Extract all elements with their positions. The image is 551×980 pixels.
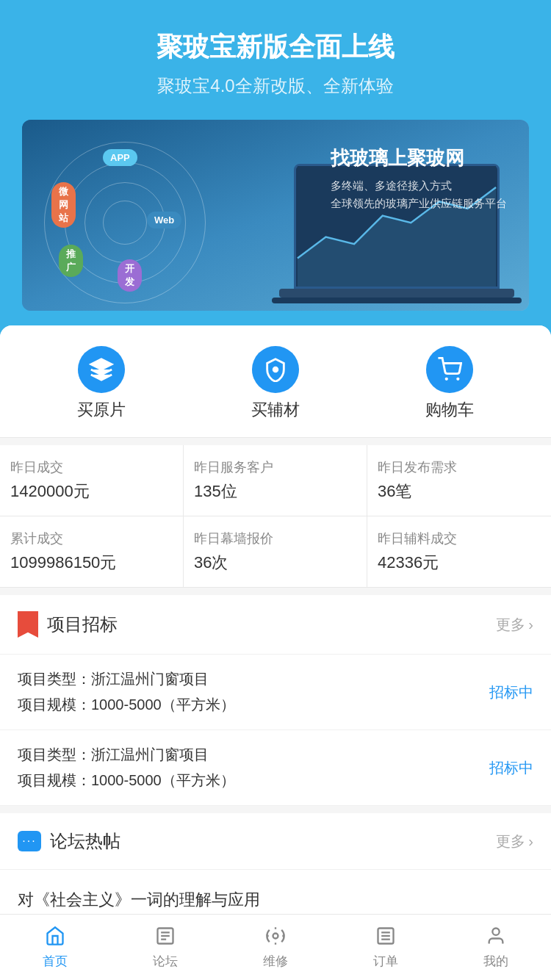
project-type-1: 项目类型：浙江温州门窗项目	[18, 745, 478, 765]
stat-label-3: 累计成交	[10, 530, 173, 547]
nav-item-order[interactable]: 订单	[331, 926, 441, 970]
svg-point-9	[273, 933, 278, 938]
project-more-button[interactable]: 更多 ›	[496, 615, 533, 635]
header-subtitle: 聚玻宝4.0全新改版、全新体验	[15, 74, 536, 98]
nav-item-forum[interactable]: 论坛	[110, 926, 220, 970]
cart-label: 购物车	[425, 399, 474, 421]
svg-point-4	[456, 378, 459, 381]
stats-grid: 昨日成交 1420000元 昨日服务客户 135位 昨日发布需求 36笔 累计成…	[0, 445, 551, 588]
forum-section-title: 论坛热帖	[50, 829, 120, 853]
nav-label-forum: 论坛	[153, 953, 178, 970]
shield-svg	[263, 357, 288, 382]
cart-icon	[426, 346, 473, 393]
forum-section-header: 论坛热帖 更多 ›	[0, 813, 551, 870]
chat-icon	[18, 831, 41, 851]
forum-chevron-right-icon: ›	[528, 833, 533, 850]
project-section-header: 项目招标 更多 ›	[0, 595, 551, 655]
badge-tuiguang: 推广	[59, 245, 83, 277]
project-scale-1: 项目规模：1000-5000（平方米）	[18, 771, 478, 790]
project-status-1: 招标中	[489, 758, 533, 778]
stat-value-3: 1099986150元	[10, 552, 173, 574]
stat-value-4: 36次	[194, 552, 356, 574]
repair-icon	[265, 926, 286, 949]
stat-cell-0: 昨日成交 1420000元	[0, 445, 184, 516]
chevron-right-icon: ›	[528, 616, 533, 633]
project-type-value-1: 浙江温州门窗项目	[91, 746, 209, 763]
project-type-label-1: 项目类型：	[18, 746, 91, 763]
profile-icon	[486, 926, 506, 949]
buy-material-label: 买辅材	[251, 399, 300, 421]
project-scale-0: 项目规模：1000-5000（平方米）	[18, 695, 478, 715]
order-svg	[375, 926, 396, 946]
banner-sub-text-2: 全球领先的玻璃产业供应链服务平台	[331, 195, 507, 212]
project-scale-label-1: 项目规模：	[18, 772, 91, 788]
stat-cell-2: 昨日发布需求 36笔	[367, 445, 551, 516]
svg-point-14	[492, 928, 499, 934]
project-item-0[interactable]: 项目类型：浙江温州门窗项目 项目规模：1000-5000（平方米） 招标中	[0, 655, 551, 730]
project-type-value-0: 浙江温州门窗项目	[91, 671, 209, 687]
project-info-1: 项目类型：浙江温州门窗项目 项目规模：1000-5000（平方米）	[18, 745, 478, 790]
nav-label-home: 首页	[43, 953, 68, 970]
laptop-base	[279, 289, 514, 298]
nav-item-home[interactable]: 首页	[0, 926, 110, 970]
order-icon	[375, 926, 396, 949]
stat-cell-4: 昨日幕墙报价 36次	[184, 516, 367, 587]
cart-svg	[437, 357, 462, 382]
laptop-foot	[272, 298, 522, 303]
banner-sub-text-1: 多终端、多途径接入方式	[331, 177, 507, 195]
action-buy-material[interactable]: 买辅材	[251, 346, 300, 421]
project-info-0: 项目类型：浙江温州门窗项目 项目规模：1000-5000（平方米）	[18, 669, 478, 715]
badge-weibo: 微网站	[51, 182, 76, 228]
project-status-0: 招标中	[489, 682, 533, 702]
banner-text: 找玻璃上聚玻网 多终端、多途径接入方式 全球领先的玻璃产业供应链服务平台	[331, 145, 507, 212]
stat-cell-5: 昨日辅料成交 42336元	[367, 516, 551, 587]
header-title: 聚玻宝新版全面上线	[15, 29, 536, 65]
banner: APP 微网站 Web 推广 开发 找玻璃上聚玻网 多终端、多途径接入方式 全球…	[22, 120, 529, 311]
project-scale-value-0: 1000-5000（平方米）	[91, 696, 235, 713]
project-more-label: 更多	[496, 615, 525, 635]
project-section-title: 项目招标	[47, 613, 118, 636]
stat-cell-3: 累计成交 1099986150元	[0, 516, 184, 587]
bottom-nav: 首页 论坛 维修	[0, 914, 551, 980]
forum-more-label: 更多	[496, 832, 525, 851]
forum-header-left: 论坛热帖	[18, 829, 120, 853]
forum-nav-icon	[155, 926, 176, 949]
banner-main-text: 找玻璃上聚玻网	[331, 145, 507, 171]
layers-svg	[89, 357, 114, 382]
home-svg	[45, 926, 65, 946]
nav-label-profile: 我的	[483, 953, 508, 970]
badge-web: Web	[147, 212, 181, 228]
header: 聚玻宝新版全面上线 聚玻宝4.0全新改版、全新体验	[0, 0, 551, 112]
stat-label-4: 昨日幕墙报价	[194, 530, 356, 547]
action-buy-glass[interactable]: 买原片	[77, 346, 126, 421]
stat-value-5: 42336元	[378, 552, 541, 574]
stat-value-1: 135位	[194, 480, 356, 502]
main-card: 买原片 买辅材 购物车 昨日成交	[0, 325, 551, 980]
stat-label-0: 昨日成交	[10, 458, 173, 476]
project-scale-value-1: 1000-5000（平方米）	[91, 772, 235, 788]
action-cart[interactable]: 购物车	[425, 346, 474, 421]
stat-value-2: 36笔	[378, 480, 541, 502]
nav-label-repair: 维修	[263, 953, 288, 970]
nav-label-order: 订单	[373, 953, 398, 970]
project-header-left: 项目招标	[18, 611, 118, 638]
badge-kaifa: 开发	[118, 259, 142, 292]
forum-svg	[155, 926, 176, 946]
profile-svg	[486, 926, 506, 946]
project-scale-label-0: 项目规模：	[18, 696, 91, 713]
stat-label-1: 昨日服务客户	[194, 458, 356, 476]
repair-svg	[265, 926, 286, 946]
shield-icon	[252, 346, 299, 393]
forum-section: 论坛热帖 更多 › 对《社会主义》一词的理解与应用	[0, 813, 551, 929]
nav-item-repair[interactable]: 维修	[220, 926, 331, 970]
bookmark-icon	[18, 611, 38, 638]
buy-glass-label: 买原片	[77, 399, 126, 421]
svg-point-3	[444, 378, 447, 381]
forum-more-button[interactable]: 更多 ›	[496, 832, 533, 851]
svg-point-2	[273, 367, 279, 373]
stat-label-2: 昨日发布需求	[378, 458, 541, 476]
project-item-1[interactable]: 项目类型：浙江温州门窗项目 项目规模：1000-5000（平方米） 招标中	[0, 730, 551, 806]
layers-icon	[78, 346, 125, 393]
home-icon	[45, 926, 65, 949]
nav-item-profile[interactable]: 我的	[441, 926, 551, 970]
